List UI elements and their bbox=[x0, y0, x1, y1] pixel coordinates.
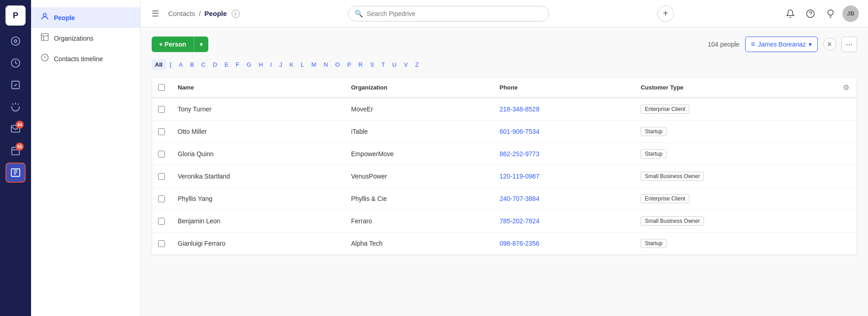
row-phone[interactable]: 098-876-2356 bbox=[492, 232, 633, 255]
sidebar-icon-megaphone[interactable] bbox=[5, 97, 26, 117]
alpha-btn-n[interactable]: N bbox=[320, 59, 331, 70]
row-customer-type: Startup bbox=[633, 121, 836, 143]
row-phone[interactable]: 218-348-8528 bbox=[492, 98, 633, 121]
alpha-btn-o[interactable]: O bbox=[332, 59, 343, 70]
phone-link[interactable]: 120-119-0987 bbox=[499, 173, 539, 180]
alpha-btn-i[interactable]: I bbox=[267, 59, 275, 70]
row-phone[interactable]: 785-202-7824 bbox=[492, 210, 633, 232]
alpha-btn-a[interactable]: A bbox=[175, 59, 186, 70]
row-phone[interactable]: 240-707-3884 bbox=[492, 188, 633, 210]
phone-link[interactable]: 098-876-2356 bbox=[499, 240, 539, 247]
row-name[interactable]: Benjamin Leon bbox=[170, 210, 344, 232]
row-name[interactable]: Otto Miller bbox=[170, 121, 344, 143]
alpha-btn-[[interactable]: [ bbox=[167, 59, 175, 70]
alpha-btn-b[interactable]: B bbox=[187, 59, 197, 70]
row-organization[interactable]: EmpowerMove bbox=[344, 143, 492, 165]
sidebar-icon-mail[interactable]: 44 bbox=[5, 119, 26, 139]
customer-type-tag: Small Business Owner bbox=[640, 172, 704, 181]
row-phone[interactable]: 862-252-9773 bbox=[492, 143, 633, 165]
alpha-btn-m[interactable]: M bbox=[308, 59, 320, 70]
row-name[interactable]: Phyllis Yang bbox=[170, 188, 344, 210]
select-all-checkbox[interactable] bbox=[158, 84, 165, 91]
row-checkbox[interactable] bbox=[158, 173, 165, 180]
row-phone[interactable]: 120-119-0987 bbox=[492, 165, 633, 188]
alpha-btn-k[interactable]: K bbox=[286, 59, 297, 70]
sidebar-icon-tasks[interactable] bbox=[5, 75, 26, 95]
alpha-btn-e[interactable]: E bbox=[221, 59, 232, 70]
filter-button[interactable]: ≡ James Boreanaz ▾ bbox=[745, 37, 818, 52]
alpha-btn-t[interactable]: T bbox=[378, 59, 388, 70]
sidebar-icon-home[interactable] bbox=[5, 31, 26, 51]
help-button[interactable] bbox=[802, 5, 819, 22]
app-logo[interactable]: P bbox=[5, 5, 26, 26]
row-checkbox[interactable] bbox=[158, 106, 165, 113]
row-name[interactable]: Veronika Startland bbox=[170, 165, 344, 188]
alpha-btn-z[interactable]: Z bbox=[412, 59, 422, 70]
row-organization[interactable]: Ferraro bbox=[344, 210, 492, 232]
topbar: ☰ Contacts / People i 🔍 + JB bbox=[141, 0, 868, 27]
table-row: Gianluigi Ferraro Alpha Tech 098-876-235… bbox=[152, 232, 857, 255]
alpha-btn-v[interactable]: V bbox=[401, 59, 411, 70]
row-name[interactable]: Tony Turner bbox=[170, 98, 344, 121]
column-settings-button[interactable]: ⚙ bbox=[843, 83, 849, 92]
alpha-btn-j[interactable]: J bbox=[276, 59, 286, 70]
alpha-btn-h[interactable]: H bbox=[255, 59, 266, 70]
info-icon[interactable]: i bbox=[232, 10, 240, 18]
phone-link[interactable]: 601-906-7534 bbox=[499, 128, 539, 135]
sidebar-item-contacts-timeline[interactable]: Contacts timeline bbox=[31, 48, 140, 69]
row-organization[interactable]: MoveEr bbox=[344, 98, 492, 121]
row-name[interactable]: Gloria Quinn bbox=[170, 143, 344, 165]
add-person-dropdown-button[interactable]: ▾ bbox=[194, 37, 208, 52]
alpha-btn-l[interactable]: L bbox=[297, 59, 307, 70]
alpha-btn-g[interactable]: G bbox=[243, 59, 254, 70]
alpha-btn-all[interactable]: All bbox=[152, 59, 166, 70]
phone-link[interactable]: 240-707-3884 bbox=[499, 195, 539, 202]
alpha-btn-f[interactable]: F bbox=[233, 59, 243, 70]
sidebar-item-people[interactable]: People bbox=[31, 7, 140, 28]
main-content: ☰ Contacts / People i 🔍 + JB bbox=[141, 0, 868, 316]
phone-link[interactable]: 785-202-7824 bbox=[499, 217, 539, 225]
filter-close-button[interactable]: ✕ bbox=[823, 38, 836, 51]
alpha-btn-r[interactable]: R bbox=[355, 59, 366, 70]
row-actions bbox=[836, 210, 857, 232]
customer-type-tag: Small Business Owner bbox=[640, 216, 704, 226]
notifications-button[interactable] bbox=[782, 5, 799, 22]
alpha-btn-d[interactable]: D bbox=[210, 59, 220, 70]
row-checkbox[interactable] bbox=[158, 151, 165, 158]
row-organization[interactable]: Alpha Tech bbox=[344, 232, 492, 255]
alpha-btn-c[interactable]: C bbox=[198, 59, 209, 70]
sidebar-icon-calendar[interactable]: 55 bbox=[5, 141, 26, 161]
row-phone[interactable]: 601-906-7534 bbox=[492, 121, 633, 143]
phone-link[interactable]: 862-252-9773 bbox=[499, 150, 539, 158]
alpha-btn-s[interactable]: S bbox=[367, 59, 377, 70]
row-organization[interactable]: Phyllis & Cie bbox=[344, 188, 492, 210]
row-checkbox[interactable] bbox=[158, 195, 165, 202]
mail-badge: 44 bbox=[16, 121, 24, 129]
sidebar-icon-deals[interactable] bbox=[5, 53, 26, 73]
row-checkbox[interactable] bbox=[158, 240, 165, 247]
row-organization[interactable]: VenusPower bbox=[344, 165, 492, 188]
row-organization[interactable]: iTable bbox=[344, 121, 492, 143]
hamburger-button[interactable]: ☰ bbox=[150, 7, 161, 21]
alpha-btn-p[interactable]: P bbox=[344, 59, 355, 70]
lightbulb-button[interactable] bbox=[822, 5, 839, 22]
row-checkbox[interactable] bbox=[158, 218, 165, 225]
add-button[interactable]: + bbox=[657, 5, 674, 22]
row-customer-type: Small Business Owner bbox=[633, 165, 836, 188]
row-actions bbox=[836, 143, 857, 165]
phone-column-header: Phone bbox=[492, 78, 633, 98]
more-options-button[interactable]: ··· bbox=[842, 37, 857, 52]
row-name[interactable]: Gianluigi Ferraro bbox=[170, 232, 344, 255]
phone-link[interactable]: 218-348-8528 bbox=[499, 105, 539, 113]
row-checkbox[interactable] bbox=[158, 128, 165, 135]
add-person-main-button[interactable]: + Person bbox=[152, 37, 194, 52]
alpha-btn-u[interactable]: U bbox=[389, 59, 400, 70]
search-input[interactable] bbox=[348, 6, 549, 21]
avatar[interactable]: JB bbox=[842, 5, 859, 22]
contacts-table: Name Organization Phone Customer Type ⚙ … bbox=[152, 77, 857, 255]
sidebar-item-organizations[interactable]: Organizations bbox=[31, 28, 140, 48]
sidebar-icon-contacts[interactable] bbox=[5, 163, 26, 183]
breadcrumb-separator: / bbox=[199, 10, 201, 17]
row-customer-type: Startup bbox=[633, 143, 836, 165]
row-actions bbox=[836, 232, 857, 255]
